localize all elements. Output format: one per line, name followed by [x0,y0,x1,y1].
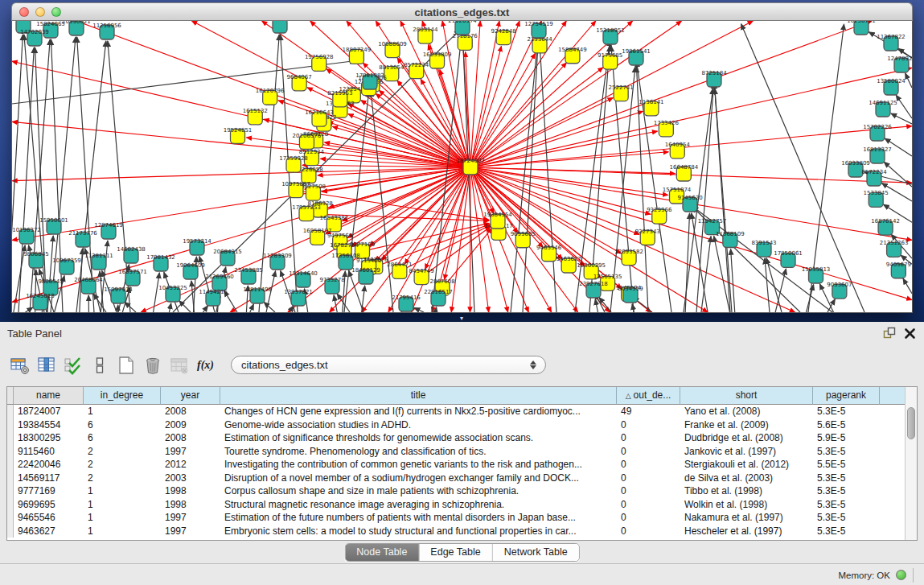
memory-status-indicator[interactable] [896,570,906,580]
graph-node-label: 16958107 [303,228,332,234]
graph-node-label: 1533845 [864,190,889,196]
column-header-short[interactable]: short [680,387,813,405]
node-table: namein_degreeyeartitle△out_de...shortpag… [6,386,918,541]
delete-column-icon[interactable] [139,352,166,378]
table-cell: 1 [84,525,161,538]
scrollbar-thumb[interactable] [907,407,915,439]
graph-node-label: 1640954 [665,142,691,148]
close-icon[interactable] [904,328,916,340]
graph-node-label: 10196372 [12,227,41,233]
table-cell: 9699695 [14,498,84,512]
vertical-scrollbar[interactable] [905,387,917,540]
table-cell: 22420046 [14,458,84,472]
column-header-in_degree[interactable]: in_degree [84,387,161,405]
table-row[interactable]: 969969511998Structural magnetic resonanc… [7,498,905,512]
tab-node-table[interactable]: Node Table [345,544,419,561]
network-canvas[interactable]: 1603380985722348813054122189061232541913… [11,21,913,313]
table-cell: 1997 [161,525,220,538]
graph-edge [203,306,208,312]
graph-edge [891,113,912,124]
table-row[interactable]: 1938455462009Genome-wide association stu… [7,418,905,432]
splitter-handle[interactable]: ▾ [455,316,468,322]
graph-node-label: 9684067 [287,74,312,80]
table-row[interactable]: 1872400712008Changes of HCN gene express… [7,405,905,418]
select-all-icon[interactable] [60,352,86,378]
row-gutter [7,431,14,445]
table-cell [880,484,905,498]
table-cell: 1 [84,498,161,512]
table-cell: Estimation of the future numbers of pati… [220,511,617,525]
row-height-icon[interactable] [86,352,113,378]
graph-edge [154,273,160,312]
table-cell: Dudbridge et al. (2008) [680,431,813,445]
column-header-title[interactable]: title [220,387,617,405]
table-cell: Tibbo et al. (1998) [680,484,813,498]
table-cell: 5.3E-5 [813,445,880,459]
graph-node-label: 9145620 [677,195,702,201]
column-header-year[interactable]: year [161,387,220,405]
row-gutter [7,511,14,525]
graph-node-label: 1136141 [639,99,663,105]
graph-node-label: 13937821 [284,289,313,295]
new-column-icon[interactable] [113,352,139,378]
tab-network-table[interactable]: Network Table [493,544,579,561]
row-gutter [7,525,14,538]
table-cell: Franke et al. (2009) [680,418,813,432]
graph-node-label: 9735278 [319,277,344,283]
graph-node-label: 17356108 [331,253,360,259]
network-window-titlebar[interactable]: citations_edges.txt [11,2,913,21]
show-column-icon[interactable] [33,352,60,378]
graph-edge [351,170,466,246]
graph-edge [179,301,191,312]
graph-node-label: 17081983 [355,72,384,79]
graph-node-label: 16543382 [320,215,349,221]
column-header-out_de[interactable]: △out_de... [617,387,680,405]
graph-node-label: 21926974 [448,21,477,24]
table-cell: 5.3E-5 [813,498,880,512]
graph-node-label: 18460129 [351,267,380,274]
table-cell: 2003 [161,472,220,485]
table-cell: 0 [617,458,680,472]
graph-node-label: 12754519 [524,21,553,27]
table-row[interactable]: 1456911722003Disruption of a novel membe… [7,472,905,485]
table-cell: 2 [84,445,161,459]
function-builder-icon[interactable]: f(x) [192,352,219,378]
graph-edge [475,68,912,166]
column-header-pagerank[interactable]: pagerank [813,387,880,405]
graph-node-label: 15097914 [104,286,133,293]
graph-edge [685,213,689,312]
graph-node-label: 15035813 [802,266,831,273]
graph-node-label: 12093582 [614,249,643,255]
graph-edge [896,95,912,118]
graph-edge [906,73,912,88]
graph-node-label: 20684315 [213,249,242,255]
table-row[interactable]: 1830029562008Estimation of significance … [7,431,905,445]
graph-node-label: 8454749 [409,268,434,274]
graph-node-label: 10688609 [378,41,407,47]
graph-node[interactable] [273,21,287,33]
graph-node-label: 9329966 [647,207,672,213]
graph-node-label: 8813054 [379,64,405,71]
graph-edge [471,46,501,163]
table-cell: Yano et al. (2008) [680,405,813,418]
graph-edge [25,307,32,312]
table-cell: 49 [617,405,680,418]
table-options-icon[interactable] [6,352,33,378]
graph-node-label: 2522741 [609,84,634,91]
table-row[interactable]: 946554611997Estimation of the future num… [7,511,905,525]
table-row[interactable]: 977716911998Corpus callosum shape and si… [7,484,905,498]
table-row[interactable]: 946362711997Embryonic stem cells: a mode… [7,525,905,538]
table-cell: 9777169 [14,484,84,498]
table-cell: Hescheler et al. (1997) [680,525,813,538]
tab-edge-table[interactable]: Edge Table [419,544,492,561]
table-cell: 9465546 [14,511,84,525]
graph-node-label: 15318951 [596,27,625,34]
table-row[interactable]: 911546021997Tourette syndrome. Phenomeno… [7,445,905,459]
table-cell [880,458,905,472]
table-row[interactable]: 2242004622012Investigating the contribut… [7,458,905,472]
graph-node-label: 11494216 [199,289,228,295]
table-select-dropdown[interactable]: citations_edges.txt [231,356,546,374]
column-header-name[interactable]: name [14,387,84,405]
float-window-icon[interactable] [883,327,896,340]
table-cell: 5.3E-5 [813,484,880,498]
